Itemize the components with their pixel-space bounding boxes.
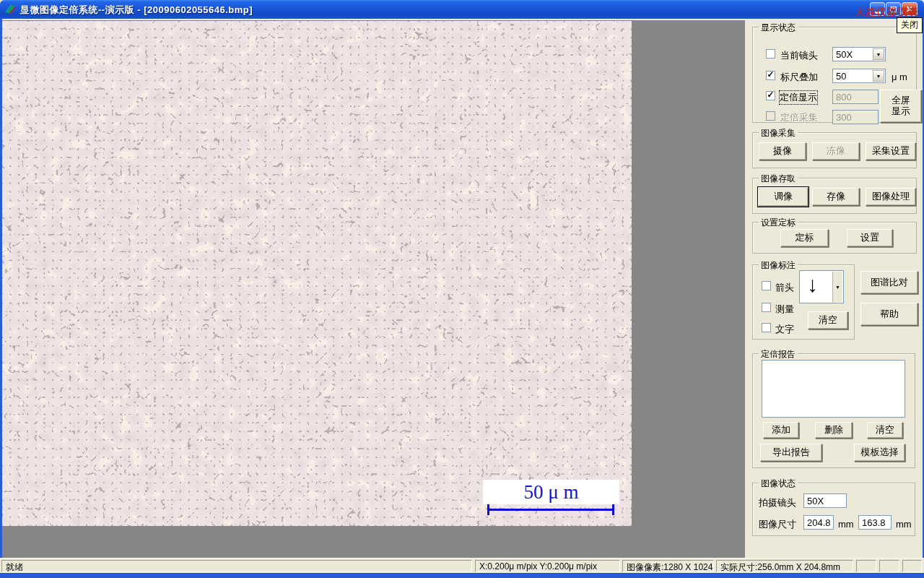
template-select-button[interactable]: 模板选择 bbox=[854, 444, 905, 462]
group-report-title: 定倍报告 bbox=[759, 348, 798, 361]
text-label: 文字 bbox=[775, 323, 794, 336]
shoot-button[interactable]: 摄像 bbox=[759, 142, 806, 160]
ruler-overlay-checkbox[interactable]: ✓ bbox=[766, 71, 775, 80]
calibration-settings-button[interactable]: 设置 bbox=[847, 229, 893, 247]
report-delete-button[interactable]: 删除 bbox=[815, 422, 853, 439]
control-panel: 显示状态 ✓ 当前镜头 50X ▼ ✓ 标尺叠加 50 ▼ μ m ✓ 定倍显示… bbox=[745, 20, 923, 558]
group-capture-title: 图像采集 bbox=[759, 127, 798, 139]
arrow-label: 箭头 bbox=[775, 281, 794, 294]
group-display-status: 显示状态 ✓ 当前镜头 50X ▼ ✓ 标尺叠加 50 ▼ μ m ✓ 定倍显示… bbox=[752, 27, 917, 123]
restore-button[interactable] bbox=[886, 2, 901, 16]
close-icon: ✕ bbox=[906, 5, 913, 14]
shoot-lens-label: 拍摄镜头 bbox=[759, 496, 796, 509]
close-tooltip: 关闭 bbox=[897, 17, 923, 33]
arrow-style-combobox[interactable]: ↓ ▼ bbox=[799, 270, 844, 303]
load-image-button[interactable]: 调像 bbox=[758, 187, 808, 207]
ruler-value: 50 bbox=[836, 71, 846, 82]
width-unit-label: mm bbox=[838, 519, 854, 530]
app-icon bbox=[4, 3, 17, 15]
group-display-status-title: 显示状态 bbox=[759, 22, 798, 34]
fixed-display-checkbox[interactable]: ✓ bbox=[766, 91, 775, 100]
group-annotation-title: 图像标注 bbox=[759, 259, 798, 272]
current-lens-combobox[interactable]: 50X ▼ bbox=[832, 47, 886, 61]
group-storage: 图像存取 调像 存像 图像处理 bbox=[752, 178, 917, 214]
shoot-lens-input[interactable] bbox=[803, 493, 847, 508]
group-image-status-title: 图像状态 bbox=[759, 478, 798, 490]
group-calibration: 设置定标 定标 设置 bbox=[752, 222, 917, 254]
group-image-status: 图像状态 拍摄镜头 图像尺寸 mm mm bbox=[752, 483, 915, 536]
fullscreen-button[interactable]: 全屏显示 bbox=[880, 90, 922, 123]
image-process-button[interactable]: 图像处理 bbox=[866, 188, 916, 206]
scale-bar-tick-left bbox=[487, 504, 489, 515]
client-area: 50 μ m bbox=[2, 20, 745, 558]
minimize-icon bbox=[875, 12, 881, 14]
scale-bar-label: 50 μ m bbox=[483, 480, 619, 504]
image-height-input[interactable] bbox=[858, 515, 892, 530]
restore-icon bbox=[890, 7, 897, 12]
arrow-checkbox[interactable]: ✓ bbox=[762, 281, 771, 290]
scale-bar-tick-right bbox=[612, 504, 614, 515]
app-window: 显微图像定倍系统--演示版 - [20090602055646.bmp] ✕ 大… bbox=[0, 0, 924, 578]
group-calibration-title: 设置定标 bbox=[759, 217, 798, 229]
chevron-down-icon[interactable]: ▼ bbox=[873, 48, 884, 60]
title-bar[interactable]: 显微图像定倍系统--演示版 - [20090602055646.bmp] ✕ 大… bbox=[0, 0, 924, 19]
micrograph bbox=[2, 21, 632, 526]
status-pixels: 图像像素:1280 X 1024 bbox=[622, 560, 714, 572]
group-report: 定倍报告 添加 删除 清空 导出报告 模板选择 bbox=[752, 353, 915, 468]
atlas-compare-button[interactable]: 图谱比对 bbox=[860, 271, 918, 294]
chevron-down-icon[interactable]: ▼ bbox=[832, 272, 842, 302]
capture-settings-button[interactable]: 采集设置 bbox=[866, 142, 916, 160]
calibrate-button[interactable]: 定标 bbox=[780, 229, 829, 247]
image-width-input[interactable] bbox=[803, 515, 834, 530]
status-resolution: X:0.200μ m/pix Y:0.200μ m/pix bbox=[475, 560, 620, 572]
current-lens-value: 50X bbox=[836, 49, 853, 60]
report-clear-button[interactable]: 清空 bbox=[867, 422, 903, 439]
save-image-button[interactable]: 存像 bbox=[812, 188, 860, 206]
fixed-capture-label: 定倍采集 bbox=[780, 111, 818, 124]
status-actual-size: 实际尺寸:256.0mm X 204.8mm bbox=[716, 560, 853, 572]
close-button[interactable]: ✕ bbox=[902, 2, 918, 16]
report-listbox[interactable] bbox=[762, 360, 905, 418]
status-ready: 就绪 bbox=[1, 560, 472, 572]
fixed-capture-input bbox=[832, 110, 879, 124]
fixed-display-label: 定倍显示 bbox=[780, 91, 817, 104]
current-lens-label: 当前镜头 bbox=[780, 49, 818, 62]
status-empty-2 bbox=[879, 560, 899, 572]
measure-label: 测量 bbox=[775, 303, 794, 316]
help-button[interactable]: 帮助 bbox=[860, 303, 918, 326]
fixed-display-input bbox=[832, 90, 879, 104]
image-canvas[interactable]: 50 μ m bbox=[2, 21, 632, 526]
height-unit-label: mm bbox=[896, 519, 912, 530]
chevron-down-icon[interactable]: ▼ bbox=[873, 70, 884, 82]
fixed-capture-checkbox: ✓ bbox=[766, 111, 775, 121]
status-empty-3 bbox=[902, 560, 922, 572]
export-report-button[interactable]: 导出报告 bbox=[760, 444, 822, 462]
text-checkbox[interactable]: ✓ bbox=[762, 323, 771, 332]
minimize-button[interactable] bbox=[870, 2, 885, 16]
freeze-button: 冻像 bbox=[812, 142, 860, 160]
ruler-overlay-label: 标尺叠加 bbox=[780, 71, 818, 84]
group-storage-title: 图像存取 bbox=[759, 173, 798, 185]
clear-annotation-button[interactable]: 清空 bbox=[808, 311, 848, 329]
ruler-value-combobox[interactable]: 50 ▼ bbox=[832, 69, 886, 83]
scale-bar-line bbox=[487, 509, 614, 511]
image-size-label: 图像尺寸 bbox=[759, 518, 796, 531]
current-lens-checkbox[interactable]: ✓ bbox=[766, 49, 775, 59]
status-bar: 就绪 X:0.200μ m/pix Y:0.200μ m/pix 图像像素:12… bbox=[0, 558, 924, 573]
window-border-bottom bbox=[0, 573, 924, 578]
ruler-unit-label: μ m bbox=[892, 72, 907, 82]
report-add-button[interactable]: 添加 bbox=[763, 422, 799, 439]
measure-checkbox[interactable]: ✓ bbox=[762, 303, 771, 312]
group-capture: 图像采集 摄像 冻像 采集设置 bbox=[752, 132, 917, 168]
window-title: 显微图像定倍系统--演示版 - [20090602055646.bmp] bbox=[20, 4, 253, 17]
group-annotation: 图像标注 ✓ 箭头 ✓ 测量 ✓ 文字 ↓ ▼ 清空 bbox=[752, 264, 855, 340]
status-empty-1 bbox=[856, 560, 876, 572]
arrow-marker-icon: ↓ bbox=[807, 272, 818, 297]
